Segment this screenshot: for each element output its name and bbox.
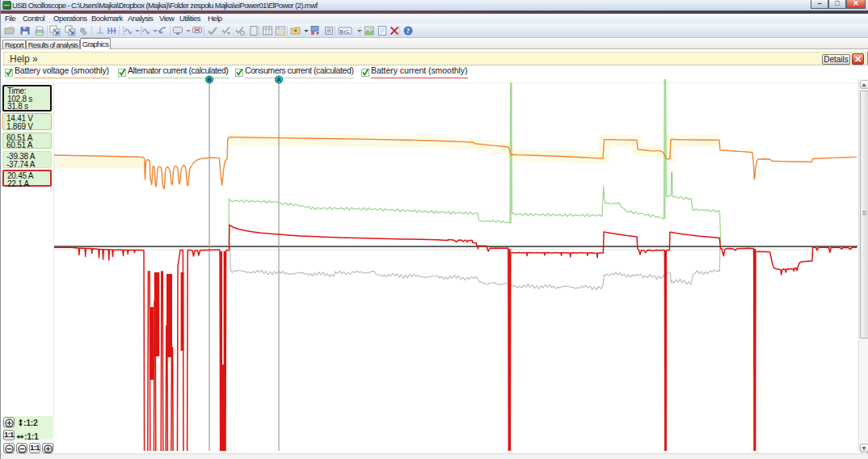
svg-text:B: B xyxy=(207,77,211,82)
svg-text:A: A xyxy=(276,77,280,82)
svg-text:B+C: B+C xyxy=(340,29,351,34)
svg-text:?: ? xyxy=(407,27,411,35)
